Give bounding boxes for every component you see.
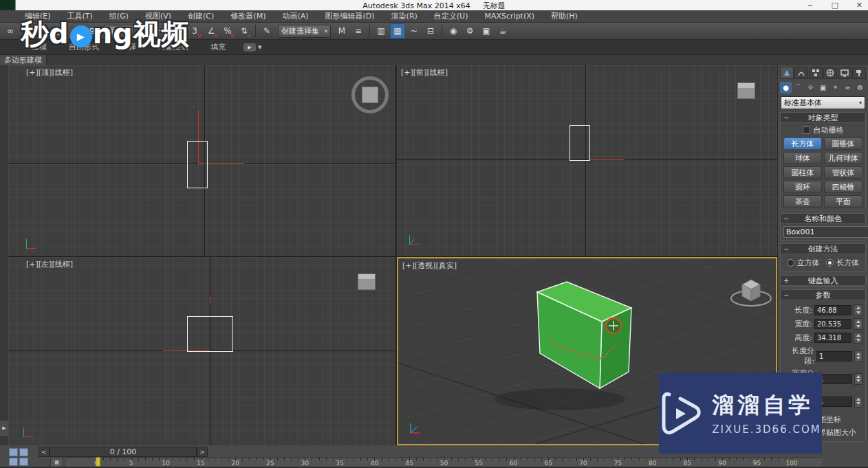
primitive-button-四棱锥[interactable]: 四棱锥	[824, 181, 862, 193]
mini-curve-editor-button[interactable]: ▦	[50, 458, 63, 467]
viewcube[interactable]	[351, 76, 389, 113]
spinner-snap-icon[interactable]: ⇅∩	[237, 23, 252, 38]
spinner-down-icon[interactable]	[856, 339, 860, 342]
menu-item-5[interactable]: 修改器(M)	[222, 10, 274, 23]
viewport-left[interactable]: [+][左][线框]	[8, 257, 395, 445]
spinner-down-icon[interactable]	[856, 357, 860, 359]
menu-item-9[interactable]: 自定义(U)	[426, 10, 477, 23]
box-wireframe-top[interactable]	[187, 141, 208, 188]
object-type-rollout-header[interactable]: − 对象类型	[781, 113, 865, 123]
panel-tab-modify[interactable]	[794, 67, 808, 79]
subcategory-shapes-icon[interactable]: ⌒	[792, 82, 804, 93]
spinner-control[interactable]	[854, 350, 862, 362]
spinner-control[interactable]	[854, 304, 862, 316]
spinner-down-icon[interactable]	[856, 311, 860, 314]
angle-snap-icon[interactable]: ∠∩	[204, 23, 219, 38]
primitive-button-圆柱体[interactable]: 圆柱体	[783, 166, 822, 179]
autogrid-checkbox[interactable]	[803, 126, 810, 134]
parameters-rollout-header[interactable]: − 参数	[781, 290, 865, 300]
spinner-up-icon[interactable]	[856, 375, 860, 378]
select-and-link-icon[interactable]: ∞	[3, 23, 18, 38]
previous-frame-button[interactable]: <	[39, 447, 50, 457]
schematic-view-icon[interactable]: ⊟	[423, 23, 438, 38]
subcategory-space-warps-icon[interactable]: ≈	[842, 82, 854, 93]
spinner-control[interactable]	[854, 332, 862, 344]
spinner-down-icon[interactable]	[856, 325, 860, 328]
viewport-front-label[interactable]: [+][前][线框]	[401, 67, 448, 78]
rendered-frame-icon[interactable]: ▣	[479, 23, 494, 38]
time-slider[interactable]	[96, 457, 100, 467]
box-wireframe-left[interactable]	[187, 316, 233, 352]
spinner-up-icon[interactable]	[856, 398, 860, 401]
spinner-control[interactable]	[854, 396, 862, 408]
viewport-perspective-label[interactable]: [+][透视][真实]	[402, 260, 457, 271]
viewport-layout-icon[interactable]	[9, 448, 28, 466]
parameter-value-field[interactable]: 34.318	[814, 333, 851, 343]
next-frame-button[interactable]: >	[197, 447, 208, 457]
panel-tab-create[interactable]	[780, 67, 794, 79]
primitive-button-平面[interactable]: 平面	[824, 195, 862, 208]
panel-tab-utilities[interactable]	[852, 67, 866, 79]
spinner-up-icon[interactable]	[856, 320, 860, 323]
creation-method-rollout-header[interactable]: − 创建方法	[781, 244, 865, 254]
box-wireframe-front[interactable]	[569, 125, 590, 161]
primitive-button-管状体[interactable]: 管状体	[824, 166, 862, 179]
ribbon-tab-4[interactable]: 填充	[199, 40, 237, 55]
viewport-top[interactable]: [+][顶][线框]	[8, 65, 395, 256]
subcategory-geometry-icon[interactable]: ●	[780, 82, 792, 93]
maximize-button[interactable]: □	[831, 0, 838, 10]
spinner-down-icon[interactable]	[856, 402, 860, 405]
align-icon[interactable]: ≡	[351, 23, 366, 38]
subcategory-helpers-icon[interactable]: ⌖	[829, 82, 841, 93]
spinner-control[interactable]	[854, 373, 862, 385]
parameter-value-field[interactable]: 20.535	[814, 319, 851, 329]
curve-editor-icon[interactable]: ~	[406, 23, 422, 38]
keyboard-override-icon[interactable]: ✎	[259, 23, 274, 38]
mirror-icon[interactable]: M	[334, 23, 349, 38]
viewport-top-label[interactable]: [+][顶][线框]	[26, 67, 73, 78]
panel-tab-hierarchy[interactable]	[809, 67, 823, 79]
track-bar[interactable]: 0510152025303540455055606570758085909510…	[66, 457, 823, 467]
minimize-button[interactable]: −	[807, 0, 813, 10]
layout-strip-arrow[interactable]: ▶	[0, 421, 8, 436]
material-editor-icon[interactable]: ◉	[446, 23, 461, 38]
menu-item-11[interactable]: 帮助(H)	[543, 10, 586, 23]
menu-item-10[interactable]: MAXScript(X)	[476, 10, 543, 23]
parameter-value-field[interactable]: 46.88	[814, 305, 851, 315]
object-name-input[interactable]	[783, 226, 868, 238]
menu-item-8[interactable]: 渲染(R)	[383, 10, 426, 23]
frame-counter[interactable]: 0 / 100	[50, 447, 197, 457]
spinner-up-icon[interactable]	[856, 307, 860, 309]
primitive-button-圆环[interactable]: 圆环	[783, 181, 822, 193]
primitive-button-几何球体[interactable]: 几何球体	[824, 152, 862, 164]
primitive-button-球体[interactable]: 球体	[783, 152, 822, 164]
cube-radio[interactable]: 立方体	[787, 258, 820, 268]
spinner-control[interactable]	[854, 318, 862, 330]
subcategory-cameras-icon[interactable]: ▣	[817, 82, 829, 93]
subcategory-lights-icon[interactable]: ☼	[805, 82, 816, 93]
primitive-button-长方体[interactable]: 长方体	[783, 137, 822, 150]
viewport-front[interactable]: [+][前][线框]	[397, 65, 777, 256]
primitive-category-dropdown[interactable]: 标准基本体 ▾	[781, 96, 865, 109]
percent-snap-icon[interactable]: %∩	[220, 23, 235, 38]
menu-item-7[interactable]: 图形编辑器(D)	[317, 10, 383, 23]
spinner-up-icon[interactable]	[856, 334, 860, 337]
name-color-rollout-header[interactable]: − 名称和颜色	[781, 214, 865, 224]
menu-item-6[interactable]: 动画(A)	[274, 10, 316, 23]
layer-manager-icon[interactable]: ▥	[373, 23, 389, 38]
spinner-up-icon[interactable]	[856, 353, 860, 355]
close-button[interactable]: ✕	[856, 0, 862, 10]
viewcube[interactable]	[737, 82, 755, 99]
polygon-modeling-tab[interactable]: 多边形建模	[0, 55, 47, 65]
render-production-icon[interactable]: ☕	[495, 23, 510, 38]
viewcube[interactable]	[358, 274, 376, 290]
parameter-value-field[interactable]: 1	[816, 351, 851, 361]
box-radio[interactable]: 长方体	[826, 258, 859, 268]
video-dropdown[interactable]: ▶▾	[243, 43, 262, 52]
render-setup-icon[interactable]: ⚙	[462, 23, 477, 38]
keyboard-entry-rollout-header[interactable]: + 键盘输入	[781, 276, 865, 286]
panel-tab-display[interactable]	[838, 67, 851, 79]
named-selection-sets-dropdown[interactable]: 创建选择集▾	[278, 25, 331, 38]
spinner-down-icon[interactable]	[856, 379, 860, 382]
panel-tab-motion[interactable]	[823, 67, 837, 79]
